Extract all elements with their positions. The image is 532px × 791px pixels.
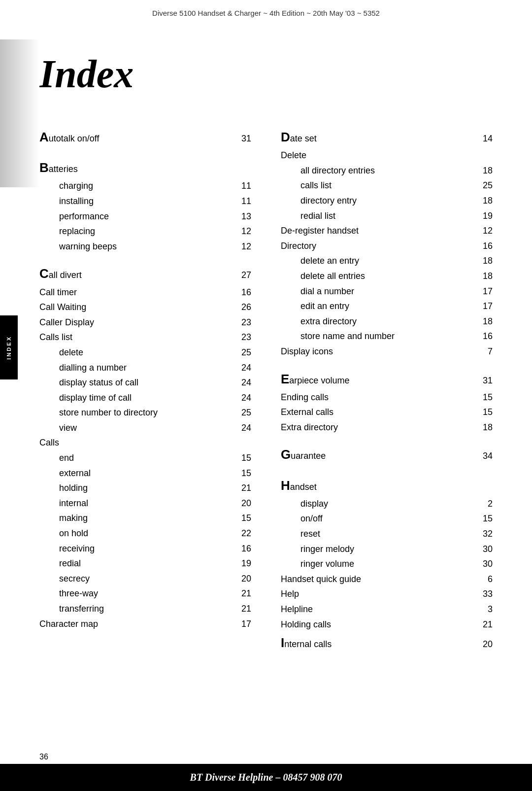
entry-calls-end-text: end [59,450,236,466]
entry-batteries-text: Batteries [39,157,236,178]
entry-calls-making: making 15 [39,511,251,526]
entry-delete-calls-list-text: calls list [300,178,478,193]
entry-calls-secrecy-text: secrecy [59,571,236,586]
entry-installing-page: 11 [236,194,251,209]
entry-display-status-text: display status of call [59,375,236,390]
entry-calls-making-text: making [59,511,236,526]
entry-display-time-text: display time of call [59,390,236,406]
entry-help-page: 33 [478,586,493,602]
entry-internal-calls: Internal calls 20 [281,632,493,653]
entry-handset-onoff: on/off 15 [281,511,493,526]
entry-handset-ringer-melody-page: 30 [478,542,493,557]
entry-handset-ringer-melody: ringer melody 30 [281,542,493,557]
entry-display-status: display status of call 24 [39,375,251,390]
entry-calls-holding: holding 21 [39,481,251,496]
entry-calls-text: Calls [39,435,236,450]
entry-delete-dir-entry-text: directory entry [300,193,478,208]
sidebar-tab-label: INDEX [6,336,12,360]
section-d: Date set 14 Delete all directory entries… [281,126,493,359]
right-column: Date set 14 Delete all directory entries… [281,126,493,662]
entry-call-waiting-page: 26 [236,300,251,315]
entry-handset-reset-page: 32 [478,526,493,542]
entry-delete-dir-entry: directory entry 18 [281,193,493,208]
entry-dir-edit-entry-page: 17 [478,299,493,314]
entry-call-waiting: Call Waiting 26 [39,300,251,315]
entry-directory: Directory 16 [281,239,493,254]
entry-calls-holding-page: 21 [236,481,251,496]
entry-guarantee: Guarantee 34 [281,444,493,465]
entry-dir-edit-entry: edit an entry 17 [281,299,493,314]
entry-warning-beeps-page: 12 [236,239,251,254]
page-number: 36 [39,753,48,761]
entry-calls-transferring: transferring 21 [39,601,251,617]
entry-calls-on-hold-page: 22 [236,526,251,541]
entry-directory-page: 16 [478,239,493,254]
entry-calls-list-text: Calls list [39,330,236,345]
entry-delete-all-dir: all directory entries 18 [281,163,493,178]
entry-replacing-page: 12 [236,224,251,239]
entry-calls-three-way: three-way 21 [39,586,251,601]
entry-character-map: Character map 17 [39,617,251,632]
entry-dir-extra-text: extra directory [300,314,478,329]
entry-installing-text: installing [59,194,236,209]
left-column: Autotalk on/off 31 Batteries charging 11… [39,126,251,662]
entry-store-number-text: store number to directory [59,405,236,420]
entry-calls-three-way-text: three-way [59,586,236,601]
entry-dialling-number-page: 24 [236,360,251,376]
entry-delete: Delete [281,148,493,163]
entry-guarantee-text: Guarantee [281,444,478,465]
entry-call-divert-page: 27 [236,268,251,283]
entry-calls-transferring-page: 21 [236,601,251,617]
entry-call-waiting-text: Call Waiting [39,300,236,315]
entry-calls-redial: redial 19 [39,556,251,571]
entry-replacing: replacing 12 [39,224,251,239]
entry-calls-list-page: 23 [236,330,251,345]
entry-call-divert-text: Call divert [39,263,236,284]
entry-installing: installing 11 [39,194,251,209]
entry-dir-delete-all: delete all entries 18 [281,269,493,284]
entry-directory-text: Directory [281,239,478,254]
entry-calls-list-delete-text: delete [59,345,236,360]
entry-calls-list: Calls list 23 [39,330,251,345]
entry-store-number-page: 25 [236,405,251,420]
entry-display-time-page: 24 [236,390,251,406]
entry-calls-redial-page: 19 [236,556,251,571]
entry-deregister-text: De-register handset [281,223,478,239]
entry-handset-onoff-text: on/off [300,511,478,526]
entry-date-set-page: 14 [478,131,493,146]
entry-handset-ringer-volume: ringer volume 30 [281,556,493,572]
entry-performance-text: performance [59,209,236,224]
entry-handset-quick-guide-page: 6 [478,572,493,587]
entry-handset-reset: reset 32 [281,526,493,542]
page-header: Diverse 5100 Handset & Charger ~ 4th Edi… [0,0,532,22]
entry-dialling-number: dialling a number 24 [39,360,251,376]
section-e: Earpiece volume 31 Ending calls 15 Exter… [281,368,493,435]
section-g: Guarantee 34 [281,444,493,465]
entry-dir-dial-number: dial a number 17 [281,284,493,299]
entry-calls-receiving: receiving 16 [39,541,251,556]
entry-delete-all-dir-text: all directory entries [300,163,478,178]
entry-handset-ringer-volume-page: 30 [478,556,493,572]
entry-store-number: store number to directory 25 [39,405,251,420]
entry-earpiece-volume-page: 31 [478,373,493,388]
entry-internal-calls-page: 20 [478,637,493,652]
entry-calls-three-way-page: 21 [236,586,251,601]
entry-calls-making-page: 15 [236,511,251,526]
entry-caller-display-text: Caller Display [39,315,236,330]
entry-handset-display-page: 2 [478,496,493,512]
entry-calls-internal: internal 20 [39,496,251,511]
entry-holding-calls-page: 21 [478,617,493,632]
entry-earpiece-volume-text: Earpiece volume [281,368,478,390]
entry-ending-calls: Ending calls 15 [281,390,493,405]
entry-calls-transferring-text: transferring [59,601,236,617]
entry-delete-calls-list-page: 25 [478,178,493,193]
entry-calls-end: end 15 [39,450,251,466]
entry-calls-internal-page: 20 [236,496,251,511]
entry-dir-store-name-page: 16 [478,329,493,344]
entry-dir-store-name: store name and number 16 [281,329,493,344]
entry-help-text: Help [281,586,478,602]
entry-dir-extra-page: 18 [478,314,493,329]
entry-ending-calls-page: 15 [478,390,493,405]
entry-calls-receiving-page: 16 [236,541,251,556]
entry-display-icons-text: Display icons [281,344,478,359]
